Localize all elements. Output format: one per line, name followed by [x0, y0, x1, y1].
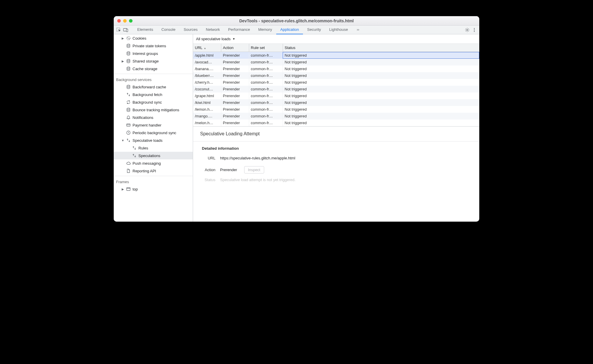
- sidebar-item-push-messaging[interactable]: Push messaging: [114, 159, 193, 167]
- zoom-window-button[interactable]: [129, 19, 133, 23]
- table-row[interactable]: /cherry.h…Prerendercommon-fr…Not trigger…: [193, 79, 479, 86]
- svg-point-7: [127, 36, 130, 40]
- sidebar-item-background-sync[interactable]: Background sync: [114, 98, 193, 106]
- sidebar-item-periodic-background-sync[interactable]: Periodic background sync: [114, 129, 193, 136]
- tab-application[interactable]: Application: [276, 26, 303, 34]
- column-header-status[interactable]: Status: [283, 44, 479, 52]
- cell-url: /lemon.h…: [193, 106, 221, 113]
- cell-action: Prerender: [221, 65, 249, 72]
- window-controls: [117, 19, 133, 23]
- device-toolbar-icon[interactable]: [123, 27, 129, 33]
- tab-memory[interactable]: Memory: [254, 26, 276, 34]
- cell-action: Prerender: [221, 92, 249, 99]
- sidebar-item-top[interactable]: ▶top: [114, 185, 193, 193]
- cell-url: /blueberr…: [193, 72, 221, 79]
- table-row[interactable]: /banana.…Prerendercommon-fr…Not triggere…: [193, 65, 479, 72]
- settings-icon[interactable]: [464, 27, 470, 33]
- table-row[interactable]: /apple.htmlPrerendercommon-fr…Not trigge…: [193, 52, 479, 59]
- tab-performance[interactable]: Performance: [224, 26, 254, 34]
- application-sidebar: ▶CookiesPrivate state tokensInterest gro…: [114, 34, 193, 222]
- tab-console[interactable]: Console: [157, 26, 180, 34]
- updown-icon: [126, 138, 131, 143]
- cell-status: Not triggered: [283, 99, 479, 106]
- caret-right-icon: ▶: [121, 37, 124, 40]
- sidebar-item-private-state-tokens[interactable]: Private state tokens: [114, 42, 193, 50]
- cell-status: Not triggered: [283, 65, 479, 72]
- speculation-filter[interactable]: All speculative loads ▼: [193, 34, 479, 44]
- sidebar-item-interest-groups[interactable]: Interest groups: [114, 50, 193, 57]
- sidebar-item-label: Rules: [138, 146, 148, 150]
- detail-status-value: Speculative load attempt is not yet trig…: [220, 178, 296, 182]
- cell-ruleset: common-fr…: [249, 72, 283, 79]
- svg-point-5: [474, 29, 475, 30]
- sidebar-item-rules[interactable]: Rules: [114, 144, 193, 152]
- sidebar-item-back-forward-cache[interactable]: Back/forward cache: [114, 83, 193, 91]
- svg-point-6: [474, 31, 475, 32]
- cell-ruleset: common-fr…: [249, 92, 283, 99]
- tab-sources[interactable]: Sources: [180, 26, 202, 34]
- svg-rect-18: [127, 188, 130, 191]
- cell-action: Prerender: [221, 119, 249, 126]
- svg-rect-2: [126, 29, 128, 32]
- table-row[interactable]: /kiwi.htmlPrerendercommon-fr…Not trigger…: [193, 99, 479, 106]
- sync-icon: [126, 100, 131, 105]
- detail-status-label: Status: [198, 178, 215, 182]
- svg-point-13: [127, 67, 130, 68]
- cell-url: /apple.html: [193, 52, 221, 59]
- tabs-overflow-button[interactable]: ››: [353, 26, 363, 34]
- cell-ruleset: common-fr…: [249, 59, 283, 65]
- column-header-url[interactable]: URL▲: [193, 44, 221, 52]
- sidebar-item-payment-handler[interactable]: Payment handler: [114, 121, 193, 129]
- tab-lighthouse[interactable]: Lighthouse: [325, 26, 352, 34]
- tab-elements[interactable]: Elements: [133, 26, 157, 34]
- sidebar-item-background-fetch[interactable]: Background fetch: [114, 91, 193, 98]
- cell-ruleset: common-fr…: [249, 113, 283, 119]
- more-icon[interactable]: [471, 27, 478, 33]
- minimize-window-button[interactable]: [123, 19, 127, 23]
- main-tabbar: ElementsConsoleSourcesNetworkPerformance…: [114, 26, 479, 34]
- sidebar-item-cache-storage[interactable]: Cache storage: [114, 65, 193, 73]
- inspect-button[interactable]: Inspect: [244, 166, 264, 173]
- cell-ruleset: common-fr…: [249, 99, 283, 106]
- sidebar-item-speculations[interactable]: Speculations: [114, 152, 193, 159]
- sidebar-item-notifications[interactable]: Notifications: [114, 114, 193, 121]
- detail-url-label: URL: [198, 156, 215, 160]
- table-row[interactable]: /blueberr…Prerendercommon-fr…Not trigger…: [193, 72, 479, 79]
- column-header-action[interactable]: Action: [221, 44, 249, 52]
- db-icon: [126, 59, 131, 63]
- table-row[interactable]: /avocad…Prerendercommon-fr…Not triggered: [193, 59, 479, 65]
- tab-security[interactable]: Security: [303, 26, 325, 34]
- cell-url: /grape.html: [193, 92, 221, 99]
- table-row[interactable]: /mango.…Prerendercommon-fr…Not triggered: [193, 113, 479, 119]
- sidebar-item-reporting-api[interactable]: Reporting API: [114, 167, 193, 175]
- sidebar-item-label: Periodic background sync: [133, 131, 176, 135]
- updown-icon: [132, 146, 137, 150]
- divider: [114, 74, 193, 74]
- column-header-rule-set[interactable]: Rule set: [249, 44, 283, 52]
- sidebar-item-label: Payment handler: [133, 123, 161, 127]
- cell-action: Prerender: [221, 79, 249, 86]
- cloud-icon: [126, 161, 131, 166]
- table-row[interactable]: /coconut…Prerendercommon-fr…Not triggere…: [193, 86, 479, 92]
- sort-ascending-icon: ▲: [204, 47, 206, 50]
- table-row[interactable]: /grape.htmlPrerendercommon-fr…Not trigge…: [193, 92, 479, 99]
- sidebar-item-label: Notifications: [133, 115, 153, 120]
- table-row[interactable]: /melon.h…Prerendercommon-fr…Not triggere…: [193, 119, 479, 126]
- detail-action-label: Action: [198, 168, 215, 172]
- sidebar-item-cookies[interactable]: ▶Cookies: [114, 34, 193, 42]
- sidebar-item-bounce-tracking-mitigations[interactable]: Bounce tracking mitigations: [114, 106, 193, 114]
- sidebar-item-shared-storage[interactable]: ▶Shared storage: [114, 57, 193, 65]
- svg-point-3: [467, 29, 468, 30]
- svg-point-15: [127, 108, 130, 109]
- close-window-button[interactable]: [117, 19, 121, 23]
- cell-ruleset: common-fr…: [249, 106, 283, 113]
- svg-rect-16: [127, 124, 130, 126]
- cell-url: /kiwi.html: [193, 99, 221, 106]
- cell-status: Not triggered: [283, 52, 479, 59]
- cell-url: /cherry.h…: [193, 79, 221, 86]
- inspect-element-icon[interactable]: [115, 27, 122, 33]
- cell-status: Not triggered: [283, 113, 479, 119]
- sidebar-item-speculative-loads[interactable]: ▼Speculative loads: [114, 136, 193, 144]
- tab-network[interactable]: Network: [202, 26, 224, 34]
- table-row[interactable]: /lemon.h…Prerendercommon-fr…Not triggere…: [193, 106, 479, 113]
